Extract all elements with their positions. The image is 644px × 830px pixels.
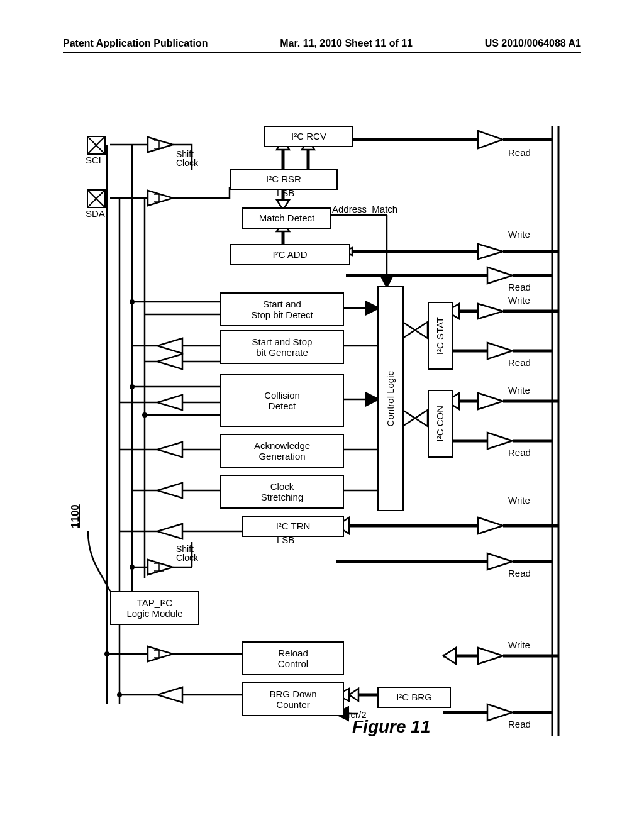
header-right: US 2010/0064088 A1 [485,38,581,49]
svg-text:Read: Read [508,719,531,729]
ref-leader [82,528,119,597]
block-start-stop-gen: Start and Stop bit Generate [220,330,344,364]
svg-text:Read: Read [508,357,531,368]
label-lsb2: LSB [277,534,294,545]
text: TAP_I²C Logic Module [126,597,182,619]
pin-sda-label: SDA [86,208,105,219]
text: BRG Down Counter [269,689,316,711]
pin-scl [87,136,106,155]
block-reload-ctrl: Reload Control [242,641,344,675]
svg-marker-62 [478,304,503,319]
diagram: Shift Clock Read [88,126,560,736]
block-ack-gen: Acknowledge Generation [220,434,344,468]
block-control-logic: Control Logic [377,286,404,511]
svg-marker-27 [487,267,513,284]
svg-marker-58 [402,322,415,338]
svg-point-116 [117,692,122,697]
svg-text:Write: Write [508,295,530,306]
text: Reload Control [278,648,308,670]
svg-marker-40 [157,354,182,369]
svg-marker-67 [487,343,513,359]
svg-text:Write: Write [508,385,530,396]
svg-marker-45 [157,442,182,457]
svg-marker-59 [415,322,428,338]
block-brg-down: BRG Down Counter [242,682,344,716]
block-clock-stretch: Clock Stretching [220,475,344,509]
label-lsb1: LSB [277,187,294,198]
text: Collision Detect [264,390,300,412]
figure-title: Figure 11 [352,717,430,737]
svg-marker-60 [402,410,415,426]
svg-text:Clock: Clock [176,158,199,168]
svg-marker-80 [478,517,503,534]
text: I²C ADD [272,249,307,260]
svg-point-115 [104,651,109,656]
header-left: Patent Application Publication [63,38,208,49]
text: Control Logic [385,371,396,426]
svg-marker-39 [157,338,182,353]
block-i2c-con: I²C CON [428,390,453,458]
block-i2c-add: I²C ADD [230,244,350,265]
svg-text:Shift: Shift [176,544,194,554]
svg-marker-102 [478,648,503,664]
svg-marker-101 [349,689,358,701]
label-address-match: Address_Match [332,204,397,214]
block-i2c-rsr: I²C RSR [230,169,338,190]
svg-marker-8 [478,131,503,148]
text: Start and Stop bit Generate [252,336,313,358]
text: I²C CON [435,406,445,442]
text: I²C RSR [266,174,301,184]
block-i2c-brg: I²C BRG [377,687,451,708]
header-center: Mar. 11, 2010 Sheet 11 of 11 [280,38,413,49]
svg-text:Shift: Shift [176,149,194,159]
svg-point-117 [130,565,135,570]
svg-point-112 [130,384,135,389]
text: Clock Stretching [261,481,304,503]
text: I²C BRG [396,692,432,702]
text: I²C TRN [276,521,311,531]
svg-marker-36 [157,395,182,410]
svg-marker-23 [478,244,503,259]
svg-marker-76 [487,433,513,449]
svg-point-114 [130,299,135,304]
svg-marker-85 [487,553,513,570]
svg-text:Read: Read [508,447,531,458]
block-start-stop-detect: Start and Stop bit Detect [220,292,344,326]
ref-number: 1100 [69,504,82,528]
block-i2c-trn: I²C TRN [242,516,344,537]
svg-marker-96 [157,687,182,702]
text: Start and Stop bit Detect [251,299,313,321]
block-i2c-rcv: I²C RCV [264,126,353,147]
text: I²C STAT [435,317,445,355]
text: Acknowledge Generation [254,440,310,462]
svg-marker-107 [487,704,513,721]
svg-text:Clock: Clock [176,553,199,563]
svg-marker-48 [157,483,182,498]
pin-scl-label: SCL [86,155,104,165]
svg-text:Read: Read [508,568,531,578]
svg-marker-61 [415,410,428,426]
svg-marker-51 [157,524,182,539]
svg-text:Read: Read [508,147,531,158]
svg-text:Write: Write [508,229,530,240]
block-i2c-stat: I²C STAT [428,302,453,370]
svg-text:Write: Write [508,495,530,506]
pin-sda [87,189,106,208]
text: Match Detect [259,213,314,223]
svg-point-113 [142,412,147,418]
svg-marker-71 [478,393,503,409]
block-match-detect: Match Detect [242,208,331,229]
block-tap-module: TAP_I²C Logic Module [110,591,199,625]
svg-marker-105 [443,648,456,664]
block-collision-detect: Collision Detect [220,374,344,427]
svg-text:Read: Read [508,282,531,292]
svg-text:Write: Write [508,639,530,650]
text: I²C RCV [291,131,326,141]
